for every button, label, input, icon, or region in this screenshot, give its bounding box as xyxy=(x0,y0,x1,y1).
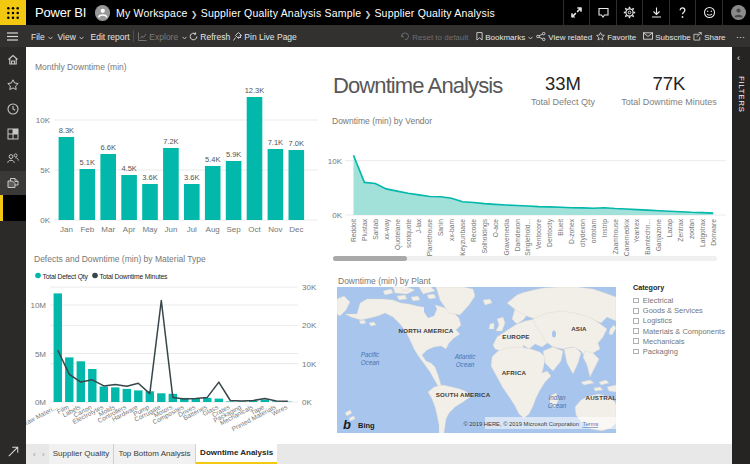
svg-text:Sanin: Sanin xyxy=(437,219,444,236)
svg-text:Quotelane: Quotelane xyxy=(394,219,402,250)
svg-text:May: May xyxy=(142,225,157,234)
svg-text:NORTH AMERICA: NORTH AMERICA xyxy=(399,327,454,334)
svg-text:Bamtechn...: Bamtechn... xyxy=(644,219,651,255)
svg-text:0K: 0K xyxy=(332,211,342,220)
svg-text:5.9K: 5.9K xyxy=(226,150,241,159)
svg-text:b: b xyxy=(343,417,351,432)
svg-text:Plustax: Plustax xyxy=(361,218,368,241)
svg-text:xx-way: xx-way xyxy=(383,218,391,239)
svg-text:5K: 5K xyxy=(40,166,50,175)
svg-text:Aug: Aug xyxy=(206,225,220,234)
svg-text:Atlantic: Atlantic xyxy=(454,353,477,360)
svg-text:citydexon: citydexon xyxy=(579,219,587,248)
svg-text:ASIA: ASIA xyxy=(571,325,587,332)
svg-text:Total Defect Qty: Total Defect Qty xyxy=(43,273,89,281)
svg-text:Gravemedia: Gravemedia xyxy=(503,219,510,256)
svg-text:Terms: Terms xyxy=(583,421,599,427)
svg-text:Blueit: Blueit xyxy=(557,219,564,236)
svg-text:7.0K: 7.0K xyxy=(289,139,304,148)
svg-text:D-zohex: D-zohex xyxy=(568,218,575,244)
svg-text:xx-bam: xx-bam xyxy=(448,219,455,241)
svg-text:0M: 0M xyxy=(35,398,46,407)
svg-text:Jun: Jun xyxy=(164,225,177,234)
svg-text:Lazap: Lazap xyxy=(666,219,674,238)
svg-text:Ganjazone: Ganjazone xyxy=(655,219,663,252)
svg-text:Indian: Indian xyxy=(548,394,566,401)
svg-text:Oct: Oct xyxy=(248,225,261,234)
svg-text:Singlehold...: Singlehold... xyxy=(524,219,532,256)
svg-text:3.6K: 3.6K xyxy=(184,173,199,182)
svg-text:Pacific: Pacific xyxy=(361,351,380,358)
svg-text:Recode: Recode xyxy=(470,219,477,242)
svg-text:Ocean: Ocean xyxy=(361,359,380,366)
svg-text:Latgotrax: Latgotrax xyxy=(699,218,707,247)
svg-text:7.1K: 7.1K xyxy=(268,138,283,147)
svg-text:4.5K: 4.5K xyxy=(121,164,136,173)
svg-text:Reddoit: Reddoit xyxy=(350,219,357,242)
svg-text:5.4K: 5.4K xyxy=(205,155,220,164)
svg-text:0K: 0K xyxy=(40,216,50,225)
svg-text:12.3K: 12.3K xyxy=(245,86,265,95)
svg-text:EUROPE: EUROPE xyxy=(502,333,529,340)
svg-text:30K: 30K xyxy=(302,283,317,292)
svg-text:Total Downtime Minutes: Total Downtime Minutes xyxy=(100,273,169,280)
svg-text:7.2K: 7.2K xyxy=(163,137,178,146)
svg-text:10K: 10K xyxy=(302,360,317,369)
svg-text:Solholdings: Solholdings xyxy=(481,218,489,253)
svg-text:Jul: Jul xyxy=(187,225,197,234)
svg-text:5.1K: 5.1K xyxy=(80,158,95,167)
svg-text:Monthly Downtime (min): Monthly Downtime (min) xyxy=(35,62,127,72)
svg-text:ontotam: ontotam xyxy=(590,219,597,244)
svg-text:Downtime (min) by Plant: Downtime (min) by Plant xyxy=(338,276,431,286)
svg-text:Damdexon: Damdexon xyxy=(514,219,521,252)
svg-text:Zaamhouse: Zaamhouse xyxy=(612,219,619,255)
svg-text:Jan: Jan xyxy=(60,225,73,234)
svg-text:Defects and Downtime (min) by: Defects and Downtime (min) by Material T… xyxy=(34,254,206,264)
svg-text:20K: 20K xyxy=(302,321,317,330)
svg-text:Ocean: Ocean xyxy=(456,361,475,368)
svg-text:Zentrax: Zentrax xyxy=(677,218,684,241)
svg-text:Planethouse: Planethouse xyxy=(426,219,433,256)
svg-text:5M: 5M xyxy=(35,350,46,359)
svg-text:6.6K: 6.6K xyxy=(100,143,115,152)
svg-text:Bing: Bing xyxy=(358,421,375,430)
svg-text:Dentocity: Dentocity xyxy=(546,218,554,247)
svg-text:Sep: Sep xyxy=(226,225,241,234)
svg-text:AFRICA: AFRICA xyxy=(502,369,527,376)
svg-text:8.3K: 8.3K xyxy=(59,126,74,135)
svg-text:Nov: Nov xyxy=(268,225,282,234)
svg-text:Donware: Donware xyxy=(710,219,717,246)
svg-text:Canemedkix: Canemedkix xyxy=(623,218,630,256)
svg-text:Ocean: Ocean xyxy=(548,402,567,409)
svg-text:AUSTRAL: AUSTRAL xyxy=(586,394,617,401)
svg-text:0K: 0K xyxy=(302,398,312,407)
svg-text:10K: 10K xyxy=(36,116,51,125)
svg-text:J-lax: J-lax xyxy=(415,218,422,233)
svg-text:scotquote: scotquote xyxy=(405,219,413,248)
svg-text:zoofan: zoofan xyxy=(688,219,695,239)
svg-text:© 2019 HERE, © 2019 Microsoft: © 2019 HERE, © 2019 Microsoft Corporatio… xyxy=(463,421,579,427)
svg-text:Downtime (min) by Vendor: Downtime (min) by Vendor xyxy=(332,116,432,126)
svg-text:3.6K: 3.6K xyxy=(142,173,157,182)
svg-text:SOUTH AMERICA: SOUTH AMERICA xyxy=(436,391,491,398)
svg-text:Apr: Apr xyxy=(123,225,136,234)
svg-text:10M: 10M xyxy=(30,301,46,310)
svg-text:Mar: Mar xyxy=(101,225,115,234)
svg-text:Keyzunbase: Keyzunbase xyxy=(459,219,467,256)
svg-text:Ventocore: Ventocore xyxy=(535,219,542,249)
svg-text:10K: 10K xyxy=(328,157,343,166)
svg-text:Instrip: Instrip xyxy=(601,219,609,237)
svg-text:Yearkex: Yearkex xyxy=(633,218,640,243)
svg-text:O-ace: O-ace xyxy=(492,219,499,237)
svg-text:Feb: Feb xyxy=(80,225,94,234)
svg-text:Dec: Dec xyxy=(289,225,303,234)
svg-text:Sanlab: Sanlab xyxy=(372,219,379,240)
